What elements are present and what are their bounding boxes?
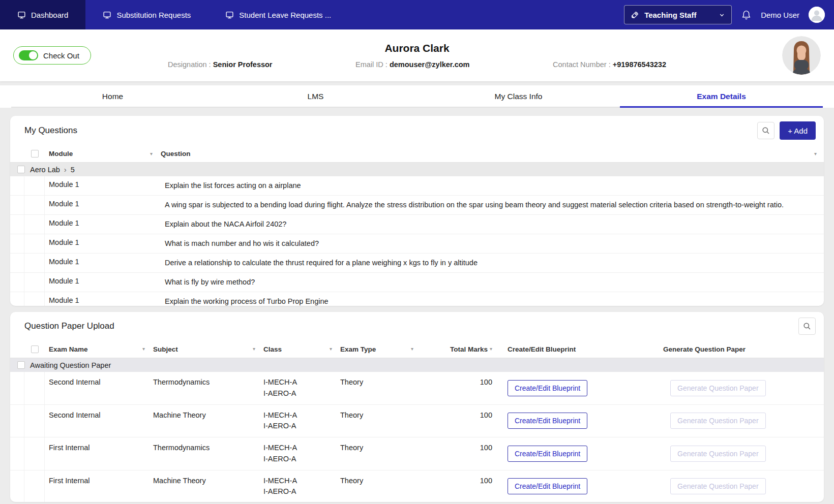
class-cell: I-MECH-AI-AERO-A: [259, 470, 336, 502]
column-header-exam-name[interactable]: Exam Name: [49, 345, 88, 353]
nav-tab-substitution-requests[interactable]: Substitution Requests: [85, 0, 208, 29]
select-all-checkbox[interactable]: [31, 150, 39, 158]
table-row[interactable]: Second Internal Machine Theory I-MECH-AI…: [10, 405, 824, 438]
question-cell: Explain the working process of Turbo Pro…: [157, 292, 824, 306]
rocket-icon: [631, 11, 639, 19]
role-selector-dropdown[interactable]: Teaching Staff: [624, 5, 732, 24]
column-header-class[interactable]: Class: [263, 345, 282, 353]
group-name: Aero Lab: [30, 166, 60, 174]
sort-caret-icon[interactable]: ▾: [150, 151, 153, 156]
search-icon: [762, 127, 770, 135]
module-cell: Module 1: [45, 196, 157, 214]
module-cell: Module 1: [45, 292, 157, 306]
table-row[interactable]: First Internal Thermodynamics I-MECH-AI-…: [10, 437, 824, 470]
tab-my-class-info[interactable]: My Class Info: [417, 85, 620, 108]
create-edit-blueprint-button[interactable]: Create/Edit Blueprint: [508, 413, 587, 429]
table-row[interactable]: Module 1 Explain the working process of …: [10, 292, 824, 306]
column-header-blueprint: Create/Edit Blueprint: [508, 345, 576, 353]
question-cell: A wing spar is subjected to a bending lo…: [157, 196, 824, 214]
tab-exam-details[interactable]: Exam Details: [620, 85, 823, 108]
tab-home[interactable]: Home: [11, 85, 214, 108]
search-button[interactable]: [757, 122, 775, 139]
bell-icon[interactable]: [741, 10, 752, 20]
select-all-checkbox[interactable]: [31, 345, 39, 353]
contact-number-field: Contact Number : +919876543232: [553, 60, 666, 69]
user-avatar[interactable]: [809, 7, 825, 23]
group-checkbox[interactable]: [17, 166, 25, 173]
exam-name-cell: First Internal: [45, 437, 149, 459]
nav-tab-student-leave-requests[interactable]: Student Leave Requests ...: [208, 0, 348, 29]
nav-tab-dashboard[interactable]: Dashboard: [0, 0, 85, 29]
question-cell: What is mach number and ho wis it calcul…: [157, 234, 824, 253]
table-row[interactable]: Module 1 What is mach number and ho wis …: [10, 234, 824, 254]
exam-type-cell: Theory: [336, 405, 418, 426]
sort-caret-icon[interactable]: ▾: [411, 346, 413, 352]
qpu-header-row: Exam Name▾ Subject▾ Class▾ Exam Type▾ To…: [10, 340, 824, 358]
table-row[interactable]: Module 1 A wing spar is subjected to a b…: [10, 196, 824, 215]
table-row[interactable]: Second Internal Thermodynamics I-MECH-AI…: [10, 372, 824, 405]
generate-question-paper-button[interactable]: Generate Question Paper: [670, 413, 766, 429]
profile-photo-image: [782, 36, 821, 75]
profile-photo: [782, 36, 821, 75]
nav-tab-label: Substitution Requests: [116, 11, 191, 19]
my-questions-panel: My Questions + Add Module▾ Question▾ Aer…: [10, 116, 824, 306]
group-row-awaiting-question-paper[interactable]: Awaiting Question Paper: [10, 358, 824, 372]
total-marks-cell: 100: [418, 372, 496, 393]
my-questions-title: My Questions: [24, 125, 77, 136]
search-icon: [803, 322, 811, 330]
column-header-question[interactable]: Question: [161, 150, 191, 158]
table-row[interactable]: Module 1 Explain about the NACA Airfoil …: [10, 215, 824, 234]
module-cell: Module 1: [45, 273, 157, 292]
question-cell: Explain about the NACA Airfoil 2402?: [157, 215, 824, 234]
column-header-subject[interactable]: Subject: [153, 345, 178, 353]
module-cell: Module 1: [45, 234, 157, 253]
field-label: Designation :: [168, 60, 211, 69]
table-row[interactable]: Module 1 Explain the list forces acting …: [10, 176, 824, 196]
monitor-icon: [103, 11, 111, 19]
column-header-exam-type[interactable]: Exam Type: [340, 345, 376, 353]
generate-question-paper-button[interactable]: Generate Question Paper: [670, 380, 766, 396]
group-count: 5: [71, 166, 75, 174]
toggle-switch-icon: [19, 50, 38, 60]
sort-caret-icon[interactable]: ▾: [330, 346, 332, 352]
sort-caret-icon[interactable]: ▾: [142, 346, 145, 352]
total-marks-cell: 100: [418, 470, 496, 492]
top-navigation: Dashboard Substitution Requests Student …: [0, 0, 834, 29]
create-edit-blueprint-button[interactable]: Create/Edit Blueprint: [508, 380, 587, 396]
person-icon: [809, 7, 825, 23]
create-edit-blueprint-button[interactable]: Create/Edit Blueprint: [508, 478, 587, 494]
field-value: Senior Professor: [213, 60, 273, 69]
email-field: Email ID : demouser@zylker.com: [355, 60, 469, 69]
table-row[interactable]: Module 1 Derive a relationship to calcul…: [10, 254, 824, 273]
designation-field: Designation : Senior Professor: [168, 60, 273, 69]
field-value: demouser@zylker.com: [390, 60, 470, 69]
monitor-icon: [17, 11, 26, 19]
module-cell: Module 1: [45, 254, 157, 272]
create-edit-blueprint-button[interactable]: Create/Edit Blueprint: [508, 446, 587, 462]
group-checkbox[interactable]: [17, 361, 25, 369]
check-out-toggle[interactable]: Check Out: [13, 46, 91, 65]
monitor-icon: [225, 11, 234, 19]
sort-caret-icon[interactable]: ▾: [253, 346, 255, 352]
table-row[interactable]: First Internal Machine Theory I-MECH-AI-…: [10, 470, 824, 502]
class-cell: I-MECH-AI-AERO-A: [259, 372, 336, 404]
total-marks-cell: 100: [418, 405, 496, 426]
nav-tab-label: Student Leave Requests ...: [239, 11, 331, 19]
sort-caret-icon[interactable]: ▾: [814, 151, 817, 156]
sort-caret-icon[interactable]: ▾: [490, 346, 492, 352]
table-row[interactable]: Module 1 What is fly by wire method?: [10, 273, 824, 292]
generate-question-paper-button[interactable]: Generate Question Paper: [670, 446, 766, 462]
add-question-button[interactable]: + Add: [780, 121, 816, 140]
tab-lms[interactable]: LMS: [214, 85, 417, 108]
question-paper-upload-panel: Question Paper Upload Exam Name▾ Subject…: [10, 312, 824, 502]
group-row-aero-lab[interactable]: Aero Lab › 5: [10, 163, 824, 176]
role-selector-value: Teaching Staff: [644, 11, 713, 19]
subject-cell: Thermodynamics: [149, 372, 259, 393]
column-header-module[interactable]: Module: [49, 150, 73, 158]
class-cell: I-MECH-AI-AERO-A: [259, 405, 336, 437]
generate-question-paper-button[interactable]: Generate Question Paper: [670, 478, 766, 494]
search-button[interactable]: [798, 318, 816, 335]
field-value: +919876543232: [613, 60, 666, 69]
column-header-total-marks[interactable]: Total Marks: [450, 345, 488, 353]
subject-cell: Machine Theory: [149, 470, 259, 492]
